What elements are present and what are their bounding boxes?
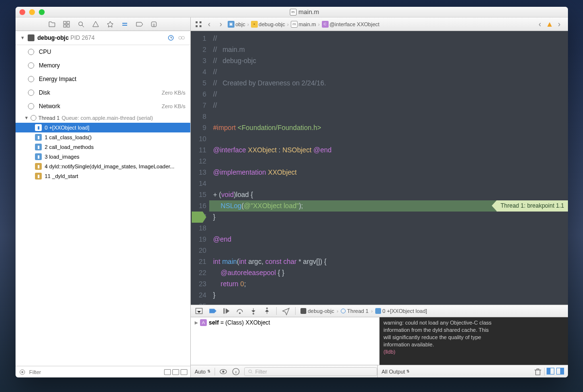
svg-point-21	[21, 371, 23, 373]
warning-icon[interactable]: ▲	[546, 20, 553, 29]
stack-frame[interactable]: ▮3 load_images	[16, 152, 190, 162]
console-view[interactable]: warning: could not load any Objective-C …	[380, 317, 568, 365]
clear-console-icon[interactable]	[533, 368, 542, 376]
stack-frame[interactable]: ▮4 dyld::notifySingle(dyld_image_states,…	[16, 162, 190, 171]
gauge-icon	[27, 102, 35, 110]
close-button[interactable]	[19, 9, 25, 15]
info-icon[interactable]	[232, 368, 240, 376]
gauge-cpu[interactable]: CPU	[16, 45, 190, 59]
footer-toggle-2[interactable]	[172, 369, 179, 375]
svg-rect-2	[64, 25, 66, 27]
svg-point-28	[222, 370, 224, 373]
svg-point-17	[28, 76, 34, 82]
lldb-prompt: (lldb)	[383, 348, 564, 356]
xcode-window: m main.m ‹ › ▣objc › ▪debug-objc › mmain…	[16, 7, 568, 377]
folder-icon: ▪	[251, 21, 258, 28]
debug-breadcrumb[interactable]: debug-objc › Thread 1 › 0 +[XXObject loa…	[300, 308, 427, 314]
debug-bar: debug-objc › Thread 1 › 0 +[XXObject loa…	[191, 305, 568, 317]
line-gutter: 1234567891011121314151617181920212223242…	[191, 31, 209, 305]
svg-rect-1	[67, 21, 69, 24]
step-out-icon[interactable]	[263, 307, 271, 315]
show-console-toggle[interactable]	[556, 368, 564, 375]
svg-rect-23	[223, 308, 224, 313]
file-icon: m	[290, 9, 297, 16]
stack-frame[interactable]: ▮1 call_class_loads()	[16, 132, 190, 142]
frame-icon: ▮	[35, 173, 42, 180]
gauge-icon	[27, 75, 35, 83]
step-over-icon[interactable]	[235, 307, 244, 315]
console-output-select[interactable]: All Output ⇅	[382, 369, 410, 375]
vars-filter-input[interactable]: Filter	[244, 367, 377, 376]
navigator-search-icon[interactable]	[77, 20, 85, 28]
svg-rect-11	[200, 25, 201, 27]
breakpoints-toggle-icon[interactable]	[208, 307, 217, 315]
breadcrumb[interactable]: ▣objc › ▪debug-objc › mmain.m › C@interf…	[228, 21, 380, 28]
step-into-icon[interactable]	[249, 307, 258, 315]
gauge-network[interactable]: NetworkZero KB/s	[16, 99, 190, 113]
gauge-memory[interactable]: Memory	[16, 59, 190, 72]
toolbar: ‹ › ▣objc › ▪debug-objc › mmain.m › C@in…	[16, 17, 568, 31]
debug-navigator: ▼ debug-objc PID 2674 CPUMemoryEnergy Im…	[16, 31, 191, 377]
gauge-disk[interactable]: DiskZero KB/s	[16, 86, 190, 99]
frame-icon: ▮	[35, 124, 42, 131]
variable-row[interactable]: ▶ A self = (Class) XXObject	[195, 319, 375, 326]
nav-forward-button[interactable]: ›	[216, 20, 226, 29]
svg-point-24	[239, 312, 240, 314]
vars-scope-select[interactable]: Auto ⇅	[195, 369, 211, 375]
gauge-energy-impact[interactable]: Energy Impact	[16, 72, 190, 86]
stack-frame[interactable]: ▮0 +[XXObject load]	[16, 123, 190, 132]
hide-debug-icon[interactable]	[195, 307, 203, 315]
continue-icon[interactable]	[222, 307, 231, 315]
window-title: m main.m	[45, 8, 564, 16]
navigator-tests-icon[interactable]	[106, 20, 114, 28]
code-editor[interactable]: 1234567891011121314151617181920212223242…	[191, 31, 568, 305]
minimize-button[interactable]	[29, 9, 35, 15]
navigator-symbols-icon[interactable]	[63, 20, 70, 28]
thread-icon	[31, 115, 36, 121]
view-options-icon[interactable]	[178, 34, 185, 42]
editor-pane: 1234567891011121314151617181920212223242…	[191, 31, 568, 377]
related-items-icon[interactable]	[195, 20, 202, 28]
navigator-files-icon[interactable]	[48, 20, 56, 28]
process-header[interactable]: ▼ debug-objc PID 2674	[16, 31, 190, 45]
svg-point-19	[28, 103, 34, 109]
show-vars-toggle[interactable]	[547, 368, 554, 375]
file-icon: m	[291, 21, 298, 28]
location-icon[interactable]	[282, 307, 290, 315]
navigator-debug-icon[interactable]	[121, 20, 129, 28]
navigator-filter-input[interactable]	[29, 369, 161, 375]
frame-icon: ▮	[35, 153, 42, 160]
filter-scope-icon[interactable]	[18, 368, 26, 376]
counterpart-back-button[interactable]: ‹	[535, 20, 545, 29]
variables-view[interactable]: ▶ A self = (Class) XXObject	[191, 317, 380, 365]
target-icon	[300, 308, 306, 314]
svg-rect-8	[196, 21, 198, 23]
navigator-reports-icon[interactable]	[150, 20, 158, 28]
thread-icon	[341, 309, 346, 313]
frame-icon	[375, 308, 381, 314]
target-icon	[28, 34, 34, 41]
stack-frame[interactable]: ▮11 _dyld_start	[16, 171, 190, 181]
svg-point-16	[28, 63, 34, 68]
refresh-icon[interactable]	[167, 34, 175, 42]
svg-point-15	[28, 49, 34, 55]
svg-point-25	[252, 313, 254, 314]
stack-frame[interactable]: ▮2 call_load_methods	[16, 142, 190, 152]
counterpart-forward-button[interactable]: ›	[554, 20, 564, 29]
gauge-icon	[27, 62, 35, 69]
quicklook-icon[interactable]	[219, 368, 228, 376]
navigator-footer	[16, 366, 190, 377]
footer-toggle-1[interactable]	[164, 369, 171, 375]
footer-toggle-3[interactable]	[181, 369, 187, 375]
navigator-breakpoints-icon[interactable]	[135, 20, 143, 28]
frame-icon: ▮	[35, 144, 42, 150]
svg-point-14	[182, 36, 184, 39]
navigator-issues-icon[interactable]	[92, 20, 100, 28]
traffic-lights	[19, 9, 45, 15]
nav-back-button[interactable]: ‹	[204, 20, 214, 29]
svg-rect-9	[200, 21, 201, 23]
disclosure-icon: ▼	[24, 115, 29, 120]
thread-header[interactable]: ▼ Thread 1 Queue: com.apple.main-thread …	[16, 113, 190, 123]
zoom-button[interactable]	[39, 9, 45, 15]
svg-point-13	[179, 36, 182, 39]
